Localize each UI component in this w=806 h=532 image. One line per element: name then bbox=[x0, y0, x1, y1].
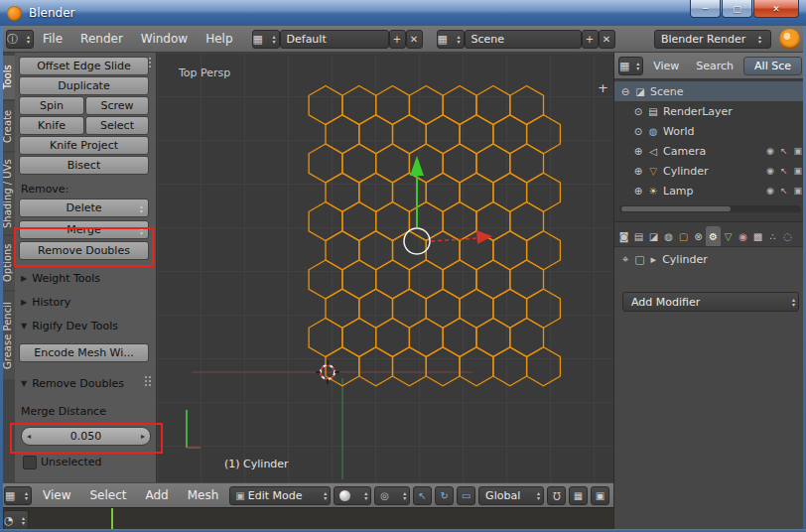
outliner-expand-icon[interactable]: ⊙ bbox=[631, 126, 645, 137]
close-button[interactable]: ✕ bbox=[753, 0, 799, 18]
add-layout-button[interactable]: + bbox=[389, 30, 406, 49]
mesh-menu[interactable]: Mesh bbox=[180, 488, 227, 502]
editor-type-outliner-button[interactable]: ▦ bbox=[618, 57, 643, 75]
remove-doubles-button[interactable]: Remove Doubles bbox=[19, 241, 149, 260]
snap-toggle[interactable]: Ω bbox=[547, 486, 566, 505]
manipulator-rotate-toggle[interactable]: ↻ bbox=[435, 486, 454, 505]
spin-button[interactable]: Spin bbox=[19, 96, 84, 115]
outliner-row-lamp[interactable]: ⊕☀Lamp◉↖▣ bbox=[614, 181, 806, 200]
visibility-eye-icon[interactable]: ◉ bbox=[766, 146, 774, 156]
slider-right-arrow-icon[interactable]: ▸ bbox=[141, 432, 145, 441]
viewport-canvas[interactable] bbox=[157, 53, 613, 482]
offset-edge-slide-button[interactable]: Offset Edge Slide bbox=[19, 57, 149, 75]
properties-tab-render[interactable]: ◙ bbox=[616, 226, 631, 246]
properties-tab-scene[interactable]: ◪ bbox=[646, 226, 661, 246]
region-expand-plus-icon[interactable]: + bbox=[598, 81, 608, 94]
bisect-button[interactable]: Bisect bbox=[19, 156, 149, 175]
renderability-camera-icon[interactable]: ▣ bbox=[793, 146, 802, 156]
properties-tab-constraints[interactable]: ⊗ bbox=[691, 226, 706, 246]
delete-layout-button[interactable]: ✕ bbox=[406, 30, 423, 49]
encode-mesh-button[interactable]: Encode Mesh Wi... bbox=[19, 343, 149, 362]
render-engine-dropdown[interactable]: Blender Render bbox=[654, 30, 771, 49]
menu-help[interactable]: Help bbox=[197, 32, 241, 46]
outliner-row-world[interactable]: ⊙◍World bbox=[614, 121, 806, 141]
outliner-expand-icon[interactable]: ⊕ bbox=[631, 186, 645, 197]
manipulator-pointer-toggle[interactable]: ↖ bbox=[413, 486, 432, 505]
window-titlebar[interactable]: Blender ─ ▢ ✕ bbox=[0, 0, 806, 26]
menu-file[interactable]: File bbox=[34, 32, 71, 46]
delete-dropdown[interactable]: Delete bbox=[19, 199, 149, 217]
orientation-dropdown[interactable]: Global bbox=[478, 486, 544, 505]
slider-left-arrow-icon[interactable]: ◂ bbox=[27, 432, 31, 441]
properties-tab-world[interactable]: ◍ bbox=[661, 226, 676, 246]
unselected-checkbox[interactable] bbox=[23, 456, 37, 469]
properties-tab-object[interactable]: ▢ bbox=[676, 226, 691, 246]
properties-tab-particles[interactable]: ∴ bbox=[765, 226, 780, 246]
add-scene-button[interactable]: + bbox=[582, 30, 599, 49]
outliner-expand-icon[interactable]: ⊕ bbox=[631, 166, 645, 177]
panel-grip-icon[interactable] bbox=[144, 57, 153, 69]
manipulator-scale-toggle[interactable]: ▭ bbox=[457, 486, 475, 505]
screw-button[interactable]: Screw bbox=[85, 96, 149, 115]
select-menu[interactable]: Select bbox=[81, 488, 134, 502]
outliner-row-cylinder[interactable]: ⊕▽Cylinder◉↖▣ bbox=[614, 161, 806, 181]
mesh-wireframe-cylinder[interactable] bbox=[309, 86, 560, 386]
outliner-filter-dropdown[interactable]: All Sce bbox=[743, 57, 802, 75]
outliner-menu-search[interactable]: Search bbox=[689, 60, 740, 72]
outliner-menu-view[interactable]: View bbox=[646, 60, 686, 72]
manipulator-x-arrow-icon[interactable] bbox=[476, 230, 492, 244]
scene-name-field[interactable]: Scene bbox=[465, 30, 582, 49]
view-menu[interactable]: View bbox=[35, 488, 78, 502]
properties-tab-material[interactable]: ◉ bbox=[736, 226, 750, 246]
outliner-expand-icon[interactable]: ⊕ bbox=[631, 146, 645, 157]
add-modifier-dropdown[interactable]: Add Modifier bbox=[622, 292, 799, 312]
properties-tab-texture[interactable]: ▩ bbox=[750, 226, 765, 246]
panel-grip-icon[interactable] bbox=[144, 375, 153, 388]
manipulator-x-axis[interactable] bbox=[431, 238, 476, 241]
knife-project-button[interactable]: Knife Project bbox=[19, 136, 149, 155]
merge-dropdown[interactable]: Merge bbox=[19, 220, 149, 239]
outliner-row-renderlayer[interactable]: ⊙▤RenderLayer bbox=[614, 101, 806, 121]
viewport-3d[interactable]: Top Persp (1) Cylinder + bbox=[157, 53, 613, 482]
add-menu[interactable]: Add bbox=[137, 488, 176, 502]
minimize-button[interactable]: ─ bbox=[690, 0, 721, 18]
properties-tab-modifiers[interactable]: ⚙ bbox=[706, 226, 721, 246]
properties-tab-render-layers[interactable]: ▤ bbox=[631, 226, 646, 246]
selectability-pointer-icon[interactable]: ↖ bbox=[780, 166, 788, 176]
menu-render[interactable]: Render bbox=[71, 32, 132, 46]
renderability-camera-icon[interactable]: ▣ bbox=[793, 166, 802, 176]
translate-manipulator[interactable] bbox=[404, 156, 492, 254]
render-opengl-button[interactable]: ▣ bbox=[591, 486, 609, 505]
maximize-button[interactable]: ▢ bbox=[722, 0, 752, 18]
scene-browse-button[interactable]: ▦ bbox=[437, 30, 465, 49]
rigify-dev-tools-panel-header[interactable]: ▼ Rigify Dev Tools bbox=[21, 320, 118, 332]
merge-distance-slider[interactable]: ◂ 0.050 ▸ bbox=[21, 427, 151, 446]
mode-dropdown[interactable]: ▣ Edit Mode bbox=[229, 486, 331, 505]
viewport-shading-dropdown[interactable] bbox=[334, 486, 371, 505]
weight-tools-panel-header[interactable]: ▶ Weight Tools bbox=[21, 272, 100, 285]
properties-tab-physics[interactable]: ◌ bbox=[780, 226, 795, 246]
selectability-pointer-icon[interactable]: ↖ bbox=[780, 146, 788, 156]
remove-doubles-operator-panel-header[interactable]: ▼ Remove Doubles bbox=[21, 377, 124, 390]
delete-scene-button[interactable]: ✕ bbox=[599, 30, 615, 49]
visibility-eye-icon[interactable]: ◉ bbox=[766, 166, 774, 176]
pivot-dropdown[interactable]: ◎ bbox=[374, 486, 410, 505]
knife-button[interactable]: Knife bbox=[19, 116, 84, 135]
renderability-camera-icon[interactable]: ▣ bbox=[793, 186, 802, 196]
screen-layout-browse-button[interactable]: ▦ bbox=[252, 30, 280, 49]
editor-type-3dview-button[interactable]: ▦ bbox=[4, 486, 32, 505]
menu-window[interactable]: Window bbox=[132, 32, 197, 46]
scrollbar-thumb[interactable] bbox=[621, 206, 731, 211]
snap-element-dropdown[interactable]: ▦ bbox=[569, 486, 588, 505]
pin-icon[interactable]: ⌖ bbox=[622, 253, 628, 266]
duplicate-button[interactable]: Duplicate bbox=[19, 76, 149, 95]
outliner-expand-icon[interactable]: ⊖ bbox=[618, 86, 632, 97]
selectability-pointer-icon[interactable]: ↖ bbox=[780, 186, 788, 196]
visibility-eye-icon[interactable]: ◉ bbox=[766, 186, 774, 196]
knife-select-button[interactable]: Select bbox=[85, 116, 149, 135]
outliner-expand-icon[interactable]: ⊙ bbox=[631, 106, 645, 117]
editor-type-info-button[interactable]: ⓘ bbox=[6, 30, 34, 49]
screen-layout-name-field[interactable]: Default bbox=[280, 30, 389, 49]
editor-type-timeline-button[interactable]: ◔ bbox=[3, 510, 29, 530]
outliner-row-scene[interactable]: ⊖◪Scene bbox=[614, 81, 806, 101]
